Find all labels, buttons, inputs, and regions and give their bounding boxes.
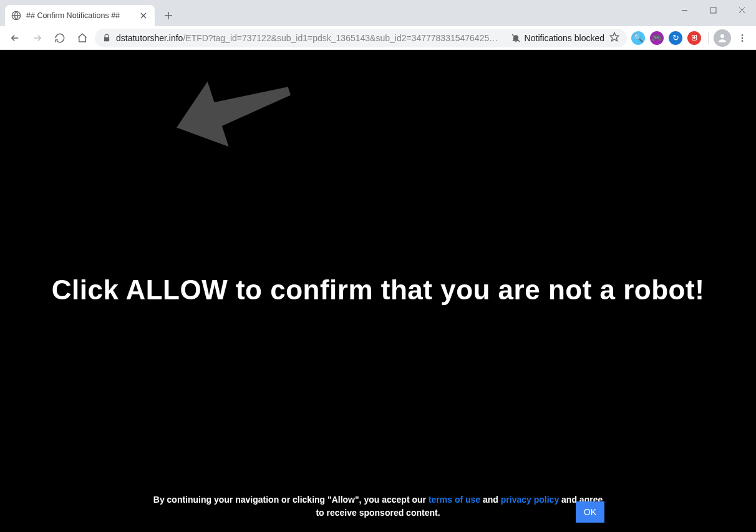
bell-off-icon xyxy=(511,33,521,43)
maximize-button[interactable] xyxy=(699,0,727,20)
lock-icon xyxy=(102,34,111,42)
titlebar: ## Confirm Notifications ## xyxy=(0,0,756,26)
pointer-arrow-icon xyxy=(175,75,293,152)
close-window-button[interactable] xyxy=(727,0,756,20)
footer-text-1: By continuing your navigation or clickin… xyxy=(153,495,429,505)
page-content: Click ALLOW to confirm that you are not … xyxy=(0,50,756,532)
address-bar[interactable]: dstatutorsher.info/ETFD?tag_id=737122&su… xyxy=(95,29,627,47)
svg-point-5 xyxy=(742,34,744,36)
shield-ext-icon[interactable]: ⛨ xyxy=(686,29,703,47)
toolbar-divider xyxy=(708,32,709,44)
consent-footer: By continuing your navigation or clickin… xyxy=(0,493,756,520)
browser-tab[interactable]: ## Confirm Notifications ## xyxy=(5,5,155,26)
url-host: dstatutorsher.info xyxy=(116,33,183,43)
sync-ext-icon[interactable]: ↻ xyxy=(667,29,684,47)
bookmark-star-icon[interactable] xyxy=(609,32,619,44)
terms-link[interactable]: terms of use xyxy=(429,495,480,505)
tab-title: ## Confirm Notifications ## xyxy=(26,11,133,20)
search-ext-icon[interactable]: 🔍 xyxy=(629,29,647,47)
footer-line-2: to receive sponsored content. xyxy=(0,506,756,520)
forward-button[interactable] xyxy=(27,28,47,48)
globe-icon xyxy=(11,11,21,21)
main-headline: Click ALLOW to confirm that you are not … xyxy=(0,274,756,306)
reload-button[interactable] xyxy=(50,28,70,48)
svg-point-4 xyxy=(720,34,724,38)
notifications-blocked-label: Notifications blocked xyxy=(525,33,604,43)
games-ext-icon[interactable]: 🎮 xyxy=(648,29,666,47)
url-path: /ETFD?tag_id=737122&sub_id1=pdsk_1365143… xyxy=(183,33,498,43)
url-text: dstatutorsher.info/ETFD?tag_id=737122&su… xyxy=(116,33,506,43)
home-button[interactable] xyxy=(72,28,92,48)
svg-point-7 xyxy=(742,40,744,42)
svg-marker-8 xyxy=(175,75,293,150)
svg-rect-1 xyxy=(710,7,716,13)
chrome-menu-button[interactable] xyxy=(734,29,751,47)
privacy-link[interactable]: privacy policy xyxy=(501,495,559,505)
browser-toolbar: dstatutorsher.info/ETFD?tag_id=737122&su… xyxy=(0,26,756,50)
tab-close-button[interactable] xyxy=(138,11,148,21)
ok-button[interactable]: OK xyxy=(576,501,604,523)
footer-text-2: and xyxy=(480,495,501,505)
window-controls xyxy=(670,0,756,20)
profile-avatar[interactable] xyxy=(714,29,731,47)
back-button[interactable] xyxy=(5,28,25,48)
minimize-button[interactable] xyxy=(670,0,699,20)
svg-point-6 xyxy=(742,37,744,39)
notifications-blocked-indicator[interactable]: Notifications blocked xyxy=(511,33,604,43)
svg-marker-3 xyxy=(610,32,618,41)
new-tab-button[interactable] xyxy=(160,7,177,24)
